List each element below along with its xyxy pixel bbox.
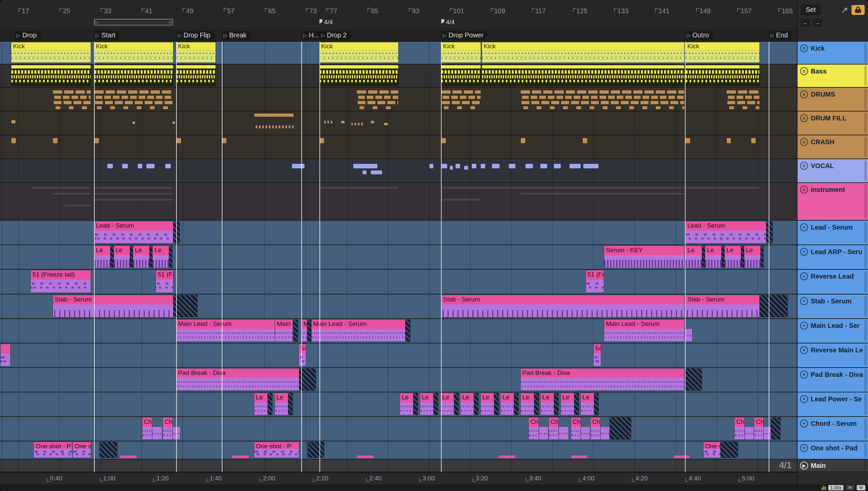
track-header-kick[interactable]: ≡Kick [797,42,868,64]
clip[interactable] [11,138,16,143]
clip[interactable] [525,164,533,168]
clip-le[interactable]: Le [441,393,454,415]
clip-ch[interactable]: Ch [163,417,172,439]
clip[interactable] [554,164,560,168]
clip[interactable] [685,329,692,342]
clip-stab-serum[interactable]: Stab - Serum [53,295,173,317]
clip[interactable] [751,138,756,143]
clip[interactable] [319,138,324,143]
clip[interactable] [165,164,171,168]
clip-stab-serum[interactable]: Stab - Serum [441,295,684,317]
track-header-one-shot-pad[interactable]: ▼One shot - Pad [797,441,868,460]
clip[interactable] [575,393,579,415]
locator-row[interactable]: ▷Drop▷Start▷Drop Flip▷Break▷H...▷Drop 2▷… [0,28,797,42]
clip[interactable] [559,427,568,439]
clip[interactable] [441,138,446,143]
clip[interactable] [494,393,499,415]
clip[interactable] [745,427,754,439]
clip-le[interactable]: Le [521,393,534,415]
clip[interactable] [441,65,481,86]
clip-one-s[interactable]: One s [73,442,91,458]
clip[interactable] [521,88,684,110]
clip[interactable] [442,164,447,168]
clip[interactable] [492,164,500,168]
clip[interactable] [450,166,453,170]
clip[interactable] [319,187,398,189]
lane-vocal[interactable] [0,159,797,183]
clip[interactable] [441,88,481,110]
clip[interactable] [169,246,172,268]
clip[interactable] [371,121,374,123]
clip[interactable] [610,417,631,439]
clip-one-s[interactable]: One s [703,442,720,458]
clip[interactable] [324,121,333,123]
lane-main[interactable]: 4/1 [0,460,797,472]
clip[interactable] [232,455,249,458]
clip-51-fr[interactable]: 51 (Fr [586,270,604,292]
clip[interactable] [454,393,458,415]
scrub-area[interactable]: ▷◁4/44/4 [0,17,797,28]
clip[interactable] [371,170,382,174]
clip-51-fr[interactable]: 51 (Fr [156,270,173,292]
clip-kick[interactable]: Kick [176,42,216,62]
clip[interactable] [94,138,99,143]
clip[interactable] [133,121,135,124]
clip[interactable] [534,393,539,415]
clip[interactable] [429,164,433,168]
clip[interactable] [146,164,155,168]
clip-ch[interactable]: Ch [529,417,538,439]
clip[interactable] [173,427,180,439]
track-header-bass[interactable]: ≡Bass [797,64,868,88]
clip[interactable] [94,187,172,189]
clip[interactable] [293,320,298,342]
clip-le[interactable]: Le [481,393,494,415]
locator-end[interactable]: ▷End [769,31,792,40]
track-header-main-lead-ser[interactable]: ▼Main Lead - Ser [797,319,868,343]
clip[interactable] [761,246,764,268]
fold-icon[interactable]: ▼ [800,444,808,452]
clip[interactable] [482,65,684,86]
clip[interactable] [308,320,311,342]
clip[interactable] [764,427,771,439]
clip-le[interactable]: Le [275,393,288,415]
clip[interactable] [11,120,15,123]
track-header-instrument[interactable]: ≡instrument [797,183,868,221]
clip[interactable] [472,164,476,168]
height-zoom-button[interactable]: H [846,485,855,490]
track-header-reverse-main-le[interactable]: ▼Reverse Main Le [797,343,868,368]
clip-le[interactable]: Le [561,393,574,415]
clip[interactable] [308,442,324,458]
clip[interactable] [766,221,773,243]
clip-le[interactable]: Le [725,246,741,268]
clip[interactable] [94,65,173,86]
lane-lead-power-se[interactable]: LeLeLeLeLeLeLeLeLeLeLeLe [0,393,797,417]
clip-le[interactable]: Le [152,246,169,268]
clip[interactable] [434,393,438,415]
clip-lead-serum[interactable]: Lead - Serum [94,221,173,243]
clip-le[interactable]: Le [501,393,514,415]
clip[interactable] [176,65,216,86]
clip[interactable] [600,427,610,439]
play-icon[interactable]: ▶ [800,462,808,469]
clip[interactable] [357,88,398,110]
fold-icon[interactable]: ▼ [800,272,808,280]
clip[interactable] [256,125,295,128]
clip-one-shot-p[interactable]: One shot - P [34,442,72,458]
loop-brace[interactable]: ▷◁ [94,19,173,26]
clip-ch[interactable]: Ch [591,417,600,439]
menu-icon[interactable]: ≡ [800,67,808,75]
clip[interactable] [173,221,180,243]
clip[interactable] [741,246,744,268]
time-signature-marker[interactable]: 4/4 [441,19,454,26]
locator-outro[interactable]: ▷Outro [685,31,713,40]
time-ruler[interactable]: 0:401:001:201:402:002:202:403:003:203:40… [0,472,797,484]
clip[interactable] [760,295,788,317]
clip[interactable] [405,320,410,342]
lane-kick[interactable]: KickKickKickKickKickKickKick [0,42,797,64]
track-header-main[interactable]: ▶Main [797,460,868,472]
clip[interactable] [442,187,684,189]
set-button[interactable]: Set [801,5,821,15]
clip[interactable] [727,88,759,110]
clip-kick[interactable]: Kick [482,42,684,62]
menu-icon[interactable]: ≡ [800,114,808,122]
